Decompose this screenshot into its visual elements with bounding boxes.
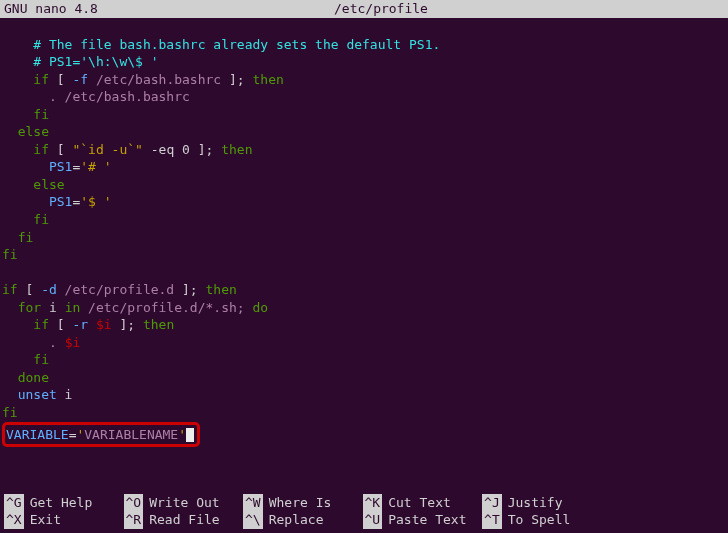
- shortcut-row-2: ^XExit ^RRead File ^\Replace ^UPaste Tex…: [4, 511, 724, 529]
- shortcut-get-help[interactable]: ^GGet Help: [4, 494, 124, 512]
- shortcut-to-spell[interactable]: ^TTo Spell: [482, 511, 602, 529]
- shortcut-write-out[interactable]: ^OWrite Out: [124, 494, 244, 512]
- comment-line: # The file bash.bashrc already sets the …: [33, 37, 440, 52]
- source-cmd: . /etc/bash.bashrc: [49, 89, 190, 104]
- shortcut-justify[interactable]: ^JJustify: [482, 494, 602, 512]
- kw-fi: fi: [33, 107, 49, 122]
- title-bar: GNU nano 4.8 /etc/profile: [0, 0, 728, 18]
- comment-line: # PS1='\h:\w\$ ': [33, 54, 158, 69]
- highlight-box: VARIABLE='VARIABLENAME': [2, 422, 200, 448]
- shortcut-cut-text[interactable]: ^KCut Text: [363, 494, 483, 512]
- shortcut-bar: ^GGet Help ^OWrite Out ^WWhere Is ^KCut …: [0, 494, 728, 529]
- file-path: /etc/profile: [38, 0, 724, 18]
- kw-else: else: [18, 124, 49, 139]
- shortcut-where-is[interactable]: ^WWhere Is: [243, 494, 363, 512]
- kw-if: if: [33, 72, 49, 87]
- shortcut-read-file[interactable]: ^RRead File: [124, 511, 244, 529]
- text-cursor: [186, 428, 194, 442]
- var-assign: VARIABLE: [6, 427, 69, 442]
- shortcut-paste-text[interactable]: ^UPaste Text: [363, 511, 483, 529]
- editor-area[interactable]: # The file bash.bashrc already sets the …: [0, 18, 728, 447]
- shortcut-row-1: ^GGet Help ^OWrite Out ^WWhere Is ^KCut …: [4, 494, 724, 512]
- shortcut-exit[interactable]: ^XExit: [4, 511, 124, 529]
- shortcut-replace[interactable]: ^\Replace: [243, 511, 363, 529]
